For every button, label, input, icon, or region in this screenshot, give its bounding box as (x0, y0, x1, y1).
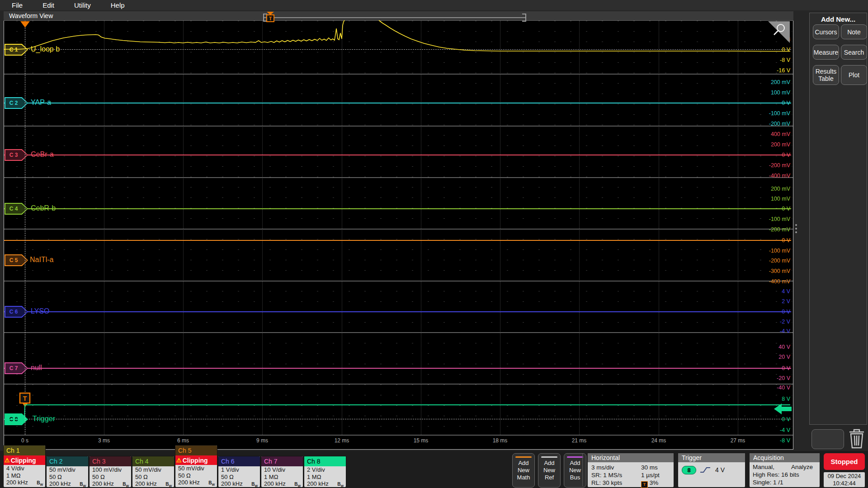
acquisition-panel-title: Acquisition (750, 453, 820, 462)
add-new-title: Add New... (809, 15, 867, 23)
channel-badge-header: Ch 5 (175, 446, 217, 455)
acquisition-detail: High Res: 16 bits (753, 471, 799, 478)
channel-badge-setting: 50 Ω (132, 474, 174, 481)
datetime-display: 09 Dec 2024 10:42:44 (824, 472, 865, 487)
date-text: 09 Dec 2024 (824, 473, 865, 480)
sidebar-cursors-button[interactable]: Cursors (813, 24, 839, 39)
sidebar-results-table-button[interactable]: Results Table (813, 65, 839, 85)
bandwidth-limit-icon: BW (251, 481, 258, 487)
bandwidth-limit-icon: BW (37, 479, 43, 487)
horizontal-scale: 3 ms/div (591, 464, 614, 471)
panel-resize-handle[interactable] (795, 224, 797, 233)
trigger-position-mini-icon: T (641, 481, 648, 488)
acquisition-single: Single: 1 /1 (753, 479, 783, 486)
trace-c8 (4, 405, 790, 419)
bandwidth-limit-icon: BW (165, 481, 172, 487)
warning-icon: ⚠ (176, 457, 182, 464)
channel-badge-ch5[interactable]: Ch 5⚠Clipping50 mV/div50 Ω200 kHzBW (175, 446, 217, 487)
channel-badge-setting: 1 V/div (218, 466, 260, 474)
channel-badge-setting: 1 MΩ (261, 474, 303, 481)
channel-badge-setting: 200 kHzBW (261, 480, 303, 487)
bandwidth-limit-icon: BW (337, 481, 344, 487)
channel-badge-setting: 200 kHzBW (47, 480, 88, 487)
svg-text:T: T (23, 395, 27, 402)
trace-c1 (4, 20, 344, 49)
trigger-source-badge: 8 (682, 466, 696, 474)
channel-badge-ch8[interactable]: Ch 82 V/div1 MΩ200 kHzBW (304, 456, 346, 487)
channel-badge-setting: 200 kHzBW (132, 480, 174, 487)
acquisition-analyze: Analyze (791, 464, 813, 470)
channel-badge-header: Ch 6 (218, 456, 260, 466)
horizontal-trigger-position: T 3% (641, 479, 658, 488)
channel-badge-ch4[interactable]: Ch 450 mV/div50 Ω200 kHzBW (132, 456, 174, 487)
channel-badge-setting: 200 kHzBW (4, 479, 45, 486)
channel-badge-header: Ch 2 (47, 456, 88, 466)
channel-badge-setting: 50 mV/div (47, 466, 88, 474)
sidebar-plot-button[interactable]: Plot (841, 65, 867, 85)
add-new-math-button[interactable]: Add New Math (512, 453, 535, 488)
svg-text:T: T (269, 16, 272, 21)
waveform-traces-svg: T T (0, 0, 868, 488)
channel-badge-setting: 50 Ω (47, 474, 88, 481)
channel-badge-setting: 50 Ω (90, 474, 131, 481)
clipping-banner: ⚠Clipping (175, 455, 217, 465)
channel-badge-header: Ch 3 (90, 456, 131, 466)
channel-badge-setting: 50 mV/div (175, 465, 217, 472)
zoom-select-button[interactable] (811, 429, 844, 449)
warning-icon: ⚠ (5, 457, 10, 464)
add-new-ref-button[interactable]: Add New Ref (538, 453, 561, 488)
channel-badge-setting: 100 mV/div (90, 466, 131, 474)
channel-badge-setting: 200 kHzBW (90, 480, 131, 487)
horizontal-record-length: RL: 30 kpts (591, 479, 622, 486)
trigger-position-triangle-icon[interactable] (20, 21, 30, 28)
clipping-banner: ⚠Clipping (4, 455, 45, 465)
sidebar-note-button[interactable]: Note (841, 24, 867, 39)
channel-badge-ch6[interactable]: Ch 61 V/div50 Ω200 kHzBW (218, 456, 260, 487)
button-accent-bar (541, 456, 557, 458)
channel-badge-setting: 50 Ω (175, 472, 217, 479)
acquisition-mode: Manual, (753, 464, 774, 470)
channel-badge-header: Ch 1 (4, 446, 45, 455)
channel-badge-ch3[interactable]: Ch 3100 mV/div50 Ω200 kHzBW (90, 456, 131, 487)
channel-badge-setting: 200 kHzBW (218, 480, 260, 487)
channel-badge-setting: 50 mV/div (132, 466, 174, 474)
horizontal-length: 30 ms (641, 464, 658, 471)
channel-badge-setting: 200 kHzBW (304, 480, 346, 487)
trigger-level-value: 4 V (715, 466, 725, 474)
sidebar-measure-button[interactable]: Measure (813, 45, 839, 60)
channel-badge-setting: 1 MΩ (304, 474, 346, 481)
time-text: 10:42:44 (824, 480, 865, 487)
channel-badge-header: Ch 8 (304, 456, 346, 466)
bandwidth-limit-icon: BW (294, 481, 301, 487)
channel-badge-ch2[interactable]: Ch 250 mV/div50 Ω200 kHzBW (47, 456, 88, 487)
channel-badge-ch1[interactable]: Ch 1⚠Clipping4 V/div1 MΩ200 kHzBW (4, 446, 45, 487)
channel-badge-header: Ch 7 (261, 456, 303, 466)
bottom-bar-divider (582, 454, 583, 486)
channel-badge-setting: 10 V/div (261, 466, 303, 474)
ruler-trigger-marker-icon[interactable]: T (267, 12, 274, 22)
channel-badge-setting: 1 MΩ (4, 472, 45, 479)
channel-badge-ch7[interactable]: Ch 710 V/div1 MΩ200 kHzBW (261, 456, 303, 487)
add-new-bus-button[interactable]: Add New Bus (564, 453, 586, 488)
channel-badge-setting: 50 Ω (218, 474, 260, 481)
horizontal-resolution: 1 µs/pt (641, 472, 660, 479)
channel-badge-setting: 4 V/div (4, 465, 45, 472)
bandwidth-limit-icon: BW (80, 481, 86, 487)
channel-badge-setting: 2 V/div (304, 466, 346, 474)
button-accent-bar (515, 456, 532, 458)
button-accent-bar (567, 456, 583, 458)
zoom-overview-ruler[interactable] (264, 14, 526, 21)
channel-badge-header: Ch 4 (132, 456, 174, 466)
channel-badge-setting: 200 kHzBW (175, 479, 217, 486)
oscilloscope-screen: FileEditUtilityHelp Waveform View 0 s3 m… (0, 0, 868, 488)
horizontal-panel-title: Horizontal (588, 453, 674, 462)
trace-c1 (379, 20, 790, 52)
slice-zoom-corner-icon[interactable] (768, 21, 790, 43)
sidebar-search-button[interactable]: Search (841, 45, 867, 60)
trash-icon[interactable] (849, 430, 864, 448)
horizontal-sample-rate: SR: 1 MS/s (591, 472, 622, 479)
trigger-slope-rising-icon (700, 466, 711, 474)
trigger-panel-title: Trigger (678, 453, 745, 462)
bandwidth-limit-icon: BW (123, 481, 129, 487)
run-state-stopped-button[interactable]: Stopped (824, 453, 865, 470)
